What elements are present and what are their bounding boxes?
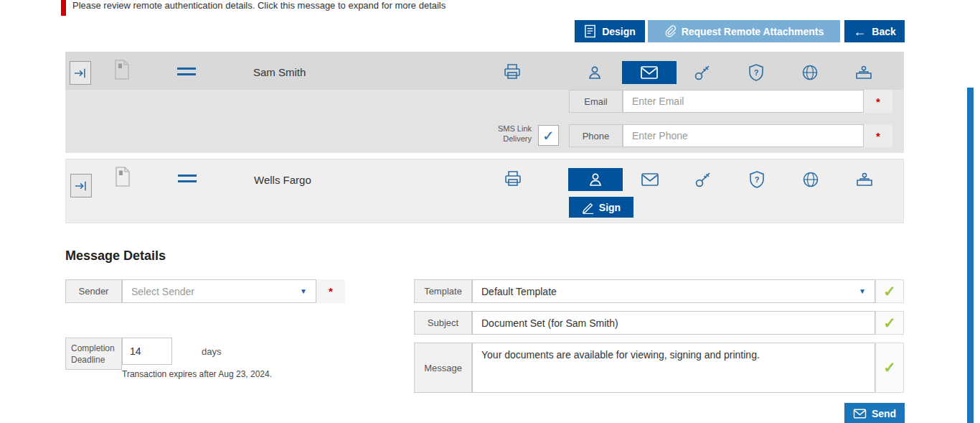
asterisk-icon: * <box>329 285 333 297</box>
send-button-label: Send <box>872 408 896 419</box>
key-icon <box>693 63 712 82</box>
email-option-button[interactable] <box>623 168 677 191</box>
envelope-icon <box>641 172 659 187</box>
svg-text:?: ? <box>755 175 760 184</box>
sms-option-button[interactable] <box>783 61 837 84</box>
email-option-button[interactable] <box>622 61 677 84</box>
design-button-label: Design <box>602 26 636 37</box>
sms-option-button[interactable] <box>783 168 838 191</box>
sender-select-value: Select Sender <box>131 286 194 297</box>
qa-option-button[interactable]: ? <box>729 61 783 84</box>
recipient-name: Wells Fargo <box>254 174 311 186</box>
subject-field-label: Subject <box>414 311 472 335</box>
svg-text:?: ? <box>754 68 759 77</box>
printer-icon <box>503 62 522 81</box>
check-icon: ✓ <box>542 127 555 144</box>
sign-button[interactable]: Sign <box>569 197 633 218</box>
person-option-button[interactable] <box>567 61 622 84</box>
qa-option-button[interactable]: ? <box>730 168 784 191</box>
globe-icon <box>801 63 819 82</box>
message-details-title: Message Details <box>65 248 166 264</box>
template-field-label: Template <box>414 279 472 303</box>
phone-required-marker: * <box>864 124 892 147</box>
drag-handle[interactable] <box>176 66 197 80</box>
sender-field-label: Sender <box>65 279 122 303</box>
message-field-label: Message <box>414 343 472 393</box>
question-badge-icon: ? <box>748 170 765 189</box>
person-option-button[interactable] <box>568 168 623 191</box>
chevron-down-icon: ▼ <box>859 287 866 295</box>
question-badge-icon: ? <box>748 63 765 82</box>
email-input[interactable] <box>623 90 864 113</box>
phone-input[interactable] <box>623 124 864 147</box>
subject-input[interactable] <box>472 311 875 335</box>
recipient-name: Sam Smith <box>253 66 306 78</box>
expiry-note: Transaction expires after Aug 23, 2024. <box>122 369 272 379</box>
asterisk-icon: * <box>876 96 880 108</box>
sender-required-marker: * <box>316 279 345 303</box>
phone-field-label: Phone <box>569 124 623 147</box>
send-envelope-icon <box>853 408 867 419</box>
globe-icon <box>801 170 820 189</box>
drag-handle-icon <box>177 173 197 184</box>
notice-text: Please review remote authentication deta… <box>72 0 446 11</box>
scrollbar-thumb[interactable] <box>967 88 974 423</box>
message-valid-indicator: ✓ <box>875 343 904 393</box>
sms-link-delivery-label: SMS Link Delivery <box>478 124 532 144</box>
routing-order-button[interactable] <box>70 174 92 197</box>
email-field-label: Email <box>569 90 623 113</box>
subject-valid-indicator: ✓ <box>875 311 904 335</box>
template-valid-indicator: ✓ <box>875 279 904 303</box>
request-remote-attachments-label: Request Remote Attachments <box>682 26 824 37</box>
sender-select[interactable]: Select Sender ▼ <box>122 279 316 303</box>
person-icon <box>586 64 603 81</box>
device-person-icon <box>854 63 873 82</box>
password-option-button[interactable] <box>675 61 730 84</box>
sign-button-label: Sign <box>599 202 621 213</box>
days-label: days <box>202 346 221 357</box>
person-icon <box>587 171 604 188</box>
document-icon <box>113 59 131 80</box>
kiosk-option-button[interactable] <box>837 61 891 84</box>
pen-icon <box>582 201 595 214</box>
send-button[interactable]: Send <box>844 403 905 423</box>
envelope-icon <box>640 65 659 80</box>
back-button-label: Back <box>872 26 895 37</box>
completion-deadline-input[interactable] <box>122 338 172 365</box>
design-document-icon <box>584 24 596 38</box>
print-button[interactable] <box>501 61 523 83</box>
asterisk-icon: * <box>876 130 880 142</box>
kiosk-option-button[interactable] <box>837 168 892 191</box>
routing-order-icon <box>74 179 88 193</box>
completion-deadline-label: Completion Deadline <box>65 338 122 370</box>
template-select[interactable]: Default Template ▼ <box>472 279 875 303</box>
notice-banner[interactable]: Please review remote authentication deta… <box>61 0 904 16</box>
sms-link-delivery-checkbox[interactable]: ✓ <box>538 125 559 146</box>
message-textarea[interactable]: Your documents are available for viewing… <box>472 343 875 393</box>
notice-accent-bar <box>61 0 66 16</box>
back-button[interactable]: ← Back <box>844 20 905 42</box>
routing-order-icon <box>73 66 88 80</box>
printer-icon <box>504 169 522 188</box>
password-option-button[interactable] <box>676 168 730 191</box>
drag-handle[interactable] <box>177 173 197 187</box>
recipient-row-sam-smith: Sam Smith ? Email * <box>65 52 904 153</box>
valid-check-icon: ✓ <box>883 359 896 376</box>
back-arrow-icon: ← <box>853 25 866 38</box>
print-button[interactable] <box>502 168 524 190</box>
template-select-value: Default Template <box>481 286 557 297</box>
key-icon <box>694 170 712 189</box>
device-person-icon <box>855 170 874 189</box>
request-remote-attachments-button[interactable]: Request Remote Attachments <box>648 20 840 42</box>
paperclip-icon <box>664 24 676 38</box>
routing-order-button[interactable] <box>70 61 91 85</box>
valid-check-icon: ✓ <box>883 315 896 332</box>
email-required-marker: * <box>864 90 892 113</box>
drag-handle-icon <box>176 66 197 77</box>
document-icon <box>114 166 131 187</box>
recipient-row-wells-fargo: Wells Fargo ? <box>65 159 904 223</box>
valid-check-icon: ✓ <box>883 283 896 300</box>
design-button[interactable]: Design <box>575 20 645 42</box>
chevron-down-icon: ▼ <box>300 287 307 295</box>
